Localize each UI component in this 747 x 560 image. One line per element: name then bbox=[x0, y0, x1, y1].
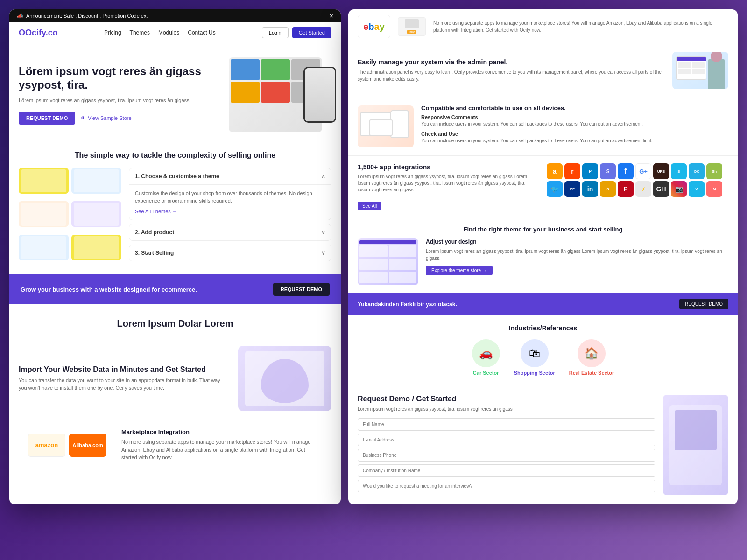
admin-title: Easily manage your system via the admin … bbox=[358, 58, 665, 66]
marketplace-title: Marketplace Integration bbox=[121, 428, 322, 435]
nav-modules[interactable]: Modules bbox=[158, 29, 179, 36]
hero-sample-link[interactable]: 👁 View Sample Store bbox=[81, 115, 131, 121]
see-all-button[interactable]: See All bbox=[358, 202, 381, 210]
cta2-request-demo-button[interactable]: REQUEST DEMO bbox=[679, 299, 728, 309]
announcement-text: Announcement: Sale , Discount , Promotio… bbox=[26, 13, 148, 19]
phone-input[interactable] bbox=[358, 449, 655, 462]
google-icon: G+ bbox=[635, 163, 651, 179]
marketplace-section: amazon Alibaba.com Marketplace Integrati… bbox=[19, 419, 331, 471]
thumb-1 bbox=[19, 168, 69, 194]
theme-section: Find the right theme for your business a… bbox=[348, 218, 738, 293]
steps-section: 1. Choose & customise a theme ∧ Customis… bbox=[9, 168, 341, 275]
company-input[interactable] bbox=[358, 464, 655, 477]
realestate-sector-item: 🏠 Real Estate Sector bbox=[569, 339, 614, 376]
industries-title: Industries/References bbox=[358, 324, 728, 332]
step-2: 2. Add product ∨ bbox=[129, 224, 331, 241]
nav-themes[interactable]: Themes bbox=[130, 29, 150, 36]
shopping-icon: 🛍 bbox=[521, 339, 549, 367]
request-section: Request Demo / Get Started Lörem ipsum v… bbox=[348, 385, 738, 504]
misc-icon-2: M bbox=[706, 181, 722, 197]
instagram-icon: 📷 bbox=[671, 181, 687, 197]
vimeo-icon: V bbox=[689, 181, 705, 197]
thumb-5 bbox=[19, 235, 69, 260]
feature-image-inner bbox=[245, 351, 324, 406]
email-input[interactable] bbox=[358, 434, 655, 446]
admin-desc: The administration panel is very easy to… bbox=[358, 69, 665, 83]
integrations-title: 1,500+ app integrations bbox=[358, 163, 539, 171]
ebay-section: ebay Buy No more using separate apps to … bbox=[348, 9, 738, 44]
thumb-3 bbox=[19, 201, 69, 227]
step-1: 1. Choose & customise a theme ∧ Customis… bbox=[129, 168, 331, 221]
left-website-panel: 📣 Announcement: Sale , Discount , Promot… bbox=[9, 9, 341, 504]
ebay-product-card: Buy bbox=[398, 17, 426, 36]
explore-theme-button[interactable]: Explore the theme store → bbox=[426, 266, 493, 275]
ebay-logo: ebay bbox=[358, 15, 390, 38]
nav-contact[interactable]: Contact Us bbox=[188, 29, 215, 36]
interview-input[interactable] bbox=[358, 480, 655, 492]
hero-actions: REQUEST DEMO 👁 View Sample Store bbox=[19, 112, 221, 125]
facebook-icon: f bbox=[618, 163, 634, 179]
saas-icon: S bbox=[671, 163, 687, 179]
phone-mockup bbox=[303, 67, 336, 123]
car-label: Car Sector bbox=[472, 370, 500, 376]
marketplace-logos: amazon Alibaba.com bbox=[28, 434, 106, 457]
paypal-icon: PP bbox=[564, 181, 580, 197]
misc-icon-1: ⚡ bbox=[635, 181, 651, 197]
megaphone-icon: 📣 bbox=[17, 13, 23, 19]
ebay-text: No more using separate apps to manage yo… bbox=[433, 20, 728, 34]
request-desc: Lörem ipsum vogt reres än gigass ysypost… bbox=[358, 406, 655, 413]
steps-accordion: 1. Choose & customise a theme ∧ Customis… bbox=[129, 168, 331, 266]
chevron-up-icon: ∧ bbox=[321, 173, 325, 180]
car-icon: 🚗 bbox=[472, 339, 500, 367]
data-section-title: Lorem Ipsum Dolar Lorem bbox=[19, 318, 331, 329]
right-panel: ebay Buy No more using separate apps to … bbox=[348, 9, 738, 504]
right-content: ebay Buy No more using separate apps to … bbox=[348, 9, 738, 504]
request-form: Request Demo / Get Started Lörem ipsum v… bbox=[358, 395, 655, 495]
see-all-themes-link[interactable]: See All Themes → bbox=[135, 208, 177, 216]
chevron-down-icon: ∨ bbox=[321, 229, 325, 236]
get-started-button[interactable]: Get Started bbox=[292, 27, 331, 38]
feature-title: Import Your Website Data in Minutes and … bbox=[19, 365, 229, 374]
nav-pricing[interactable]: Pricing bbox=[104, 29, 121, 36]
integrations-grid: a r P S f G+ UPS S OC Sh 🐦 PP i bbox=[547, 163, 728, 197]
simple-section-title: The simple way to tackle the complexity … bbox=[9, 141, 341, 168]
compatible-section: Compatible and comfortable to use on all… bbox=[348, 97, 738, 156]
step-1-header[interactable]: 1. Choose & customise a theme ∧ bbox=[129, 168, 331, 184]
step-1-content: Customise the design of your shop from o… bbox=[129, 184, 331, 220]
step-2-header[interactable]: 2. Add product ∨ bbox=[129, 224, 331, 240]
amazon-logo: amazon bbox=[28, 434, 65, 457]
reddit-icon: r bbox=[564, 163, 580, 179]
integrations-section: 1,500+ app integrations Lorem ipsum vogt… bbox=[348, 156, 738, 218]
savit-icon: S bbox=[600, 181, 616, 197]
feature-row: Import Your Website Data in Minutes and … bbox=[19, 338, 331, 419]
hero-images bbox=[229, 57, 331, 132]
hero-demo-button[interactable]: REQUEST DEMO bbox=[19, 112, 75, 125]
step-3-header[interactable]: 3. Start Selling ∨ bbox=[129, 245, 331, 261]
shopping-sector-item: 🛍 Shopping Sector bbox=[514, 339, 555, 376]
close-icon[interactable]: × bbox=[330, 12, 333, 20]
cta-request-demo-button[interactable]: REQUEST DEMO bbox=[273, 283, 330, 296]
theme-main-title: Find the right theme for your business a… bbox=[358, 226, 728, 233]
compatible-text: Compatible and comfortable to use on all… bbox=[421, 105, 728, 148]
ebay-buy-button[interactable]: Buy bbox=[407, 30, 416, 34]
industries-section: Industries/References 🚗 Car Sector 🛍 Sho… bbox=[348, 315, 738, 385]
main-nav: OOcify.co Pricing Themes Modules Contact… bbox=[9, 22, 341, 43]
admin-image bbox=[672, 52, 728, 89]
amazon-icon: a bbox=[547, 163, 563, 179]
logo: OOcify.co bbox=[19, 28, 58, 38]
hero-section: Lörem ipsum vogt reres än gigass ysypost… bbox=[9, 43, 341, 141]
step-3: 3. Start Selling ∨ bbox=[129, 245, 331, 261]
full-name-input[interactable] bbox=[358, 418, 655, 431]
admin-text: Easily manage your system via the admin … bbox=[358, 58, 665, 83]
feature-text: Import Your Website Data in Minutes and … bbox=[19, 365, 229, 392]
feature-image bbox=[238, 346, 331, 411]
request-image-inner bbox=[669, 405, 722, 485]
admin-section: Easily manage your system via the admin … bbox=[348, 44, 738, 97]
login-button[interactable]: Login bbox=[262, 27, 289, 38]
twitter-icon: 🐦 bbox=[547, 181, 563, 197]
hero-text: Lörem ipsum vogt reres än gigass ysypost… bbox=[19, 65, 221, 125]
nav-links: Pricing Themes Modules Contact Us bbox=[104, 29, 216, 36]
checkuse-subtitle: Check and Use bbox=[421, 131, 728, 137]
request-image bbox=[663, 395, 728, 495]
thumb-4 bbox=[71, 201, 121, 227]
